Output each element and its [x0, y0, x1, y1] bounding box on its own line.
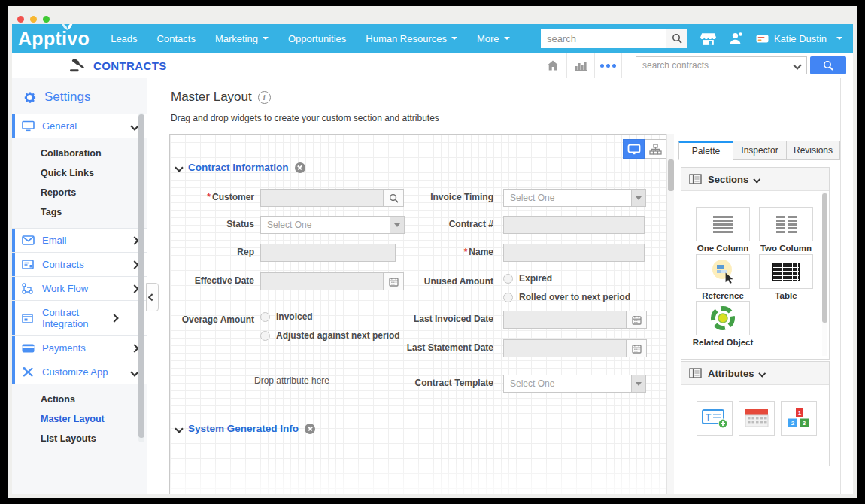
radio-button[interactable]	[503, 293, 513, 302]
nav-item-more[interactable]: More	[477, 33, 510, 44]
sections-group-header[interactable]: Sections	[681, 168, 829, 191]
customize-app-sublist: Actions Master Layout List Layouts	[12, 384, 147, 455]
last-invoiced-date-picker-button[interactable]	[627, 311, 647, 329]
app-store-icon[interactable]	[700, 32, 717, 46]
invoice-timing-select[interactable]: Select One	[503, 189, 646, 207]
sidebar-item-list-layouts[interactable]: List Layouts	[12, 429, 147, 448]
app-toolbar	[539, 53, 622, 78]
attribute-date-widget[interactable]	[739, 401, 775, 436]
svg-text:2: 2	[791, 420, 795, 427]
status-select[interactable]: Select One	[260, 216, 405, 234]
radio-button[interactable]	[503, 274, 513, 284]
sidebar-title: Settings	[12, 78, 147, 114]
widget-reference[interactable]	[696, 254, 750, 289]
effective-date-picker-button[interactable]	[384, 272, 404, 290]
tab-inspector[interactable]: Inspector	[733, 141, 787, 160]
palette-scrollbar[interactable]	[822, 192, 827, 356]
sidebar-group-work-flow[interactable]: Work Flow	[12, 276, 147, 301]
global-search-input[interactable]	[541, 29, 666, 48]
contracts-search-input[interactable]	[636, 60, 788, 71]
contract-number-input[interactable]	[503, 216, 645, 234]
sidebar-collapse-handle[interactable]	[146, 283, 159, 311]
tab-revisions[interactable]: Revisions	[786, 141, 840, 160]
widget-one-column[interactable]	[696, 207, 750, 241]
close-window-icon[interactable]	[17, 16, 24, 23]
chevron-down-icon	[754, 175, 760, 182]
search-options-dropdown[interactable]	[788, 62, 806, 68]
nav-item-contacts[interactable]: Contacts	[157, 33, 196, 44]
global-search-button[interactable]	[666, 29, 687, 48]
layout-canvas[interactable]: Contract Information *Customer Status	[169, 134, 666, 494]
user-menu[interactable]: Katie Dustin	[756, 33, 842, 44]
sidebar-item-actions[interactable]: Actions	[12, 390, 147, 409]
user-notifications-icon[interactable]	[729, 32, 744, 45]
general-sublist: Collaboration Quick Links Reports Tags	[12, 138, 147, 229]
caret-down-icon	[451, 37, 457, 40]
sidebar-item-quick-links[interactable]: Quick Links	[12, 163, 147, 183]
apptivo-logo[interactable]: Apptivo	[18, 24, 90, 53]
last-invoiced-date-input[interactable]	[503, 311, 627, 329]
last-statement-date-input[interactable]	[503, 339, 627, 357]
app-title-block: CONTRACTS	[69, 53, 167, 78]
monitor-icon	[22, 120, 38, 132]
select-arrow[interactable]	[631, 375, 645, 392]
radio-button[interactable]	[260, 331, 270, 341]
remove-section-icon[interactable]	[295, 162, 305, 173]
select-arrow[interactable]	[390, 217, 404, 233]
attributes-group-header[interactable]: Attributes	[681, 362, 829, 385]
contracts-search-button[interactable]	[810, 56, 846, 74]
customer-input[interactable]	[260, 189, 384, 207]
info-icon[interactable]	[258, 91, 271, 104]
select-arrow[interactable]	[631, 190, 645, 206]
scrollbar-thumb[interactable]	[668, 159, 674, 191]
sidebar-item-tags[interactable]: Tags	[12, 202, 147, 222]
nav-item-marketing[interactable]: Marketing	[215, 33, 269, 44]
widget-related-object[interactable]	[696, 301, 750, 335]
field-label: Status	[170, 216, 254, 230]
tab-palette[interactable]: Palette	[678, 141, 733, 160]
rep-input[interactable]	[260, 244, 396, 262]
last-statement-date-picker-button[interactable]	[627, 339, 647, 357]
attribute-number-widget[interactable]: 123	[781, 401, 817, 436]
sidebar-group-general[interactable]: General	[12, 114, 147, 138]
radio-button[interactable]	[260, 312, 270, 322]
tree-view-toggle[interactable]	[645, 139, 666, 159]
effective-date-input[interactable]	[260, 272, 384, 290]
attribute-text-widget[interactable]: T	[697, 401, 733, 436]
contract-template-select[interactable]: Select One	[503, 375, 646, 393]
scrollbar-thumb[interactable]	[822, 193, 827, 323]
sidebar-group-customize-app[interactable]: Customize App	[12, 360, 147, 384]
section-header-contract-information[interactable]: Contract Information	[176, 162, 305, 173]
section-header-system-generated-info[interactable]: System Generated Info	[176, 423, 315, 434]
nav-item-opportunities[interactable]: Opportunities	[288, 33, 346, 44]
name-input[interactable]	[503, 244, 645, 262]
scrollbar-thumb[interactable]	[138, 114, 144, 438]
plan-badge-icon	[756, 35, 769, 43]
search-icon	[389, 193, 399, 203]
widget-table[interactable]	[759, 254, 813, 289]
remove-section-icon[interactable]	[305, 424, 315, 434]
minimize-window-icon[interactable]	[30, 16, 37, 23]
form-view-toggle[interactable]	[623, 139, 645, 159]
sidebar-item-reports[interactable]: Reports	[12, 183, 147, 202]
widget-two-column[interactable]	[759, 207, 813, 241]
sidebar-scrollbar[interactable]	[138, 113, 144, 442]
sidebar-group-email[interactable]: Email	[12, 228, 147, 253]
sidebar-group-payments[interactable]: Payments	[12, 335, 147, 360]
canvas-scrollbar[interactable]	[666, 134, 674, 494]
sidebar-group-contracts[interactable]: Contracts	[12, 252, 147, 277]
chevron-down-icon	[130, 122, 138, 130]
more-tools-button[interactable]	[594, 53, 622, 78]
sidebar-group-contract-integration[interactable]: Contract Integration	[12, 300, 147, 336]
maximize-window-icon[interactable]	[43, 16, 50, 23]
sidebar-item-master-layout[interactable]: Master Layout	[12, 409, 147, 429]
customer-lookup-button[interactable]	[384, 189, 404, 207]
nav-item-human-resources[interactable]: Human Resources	[366, 33, 457, 44]
sidebar-item-collaboration[interactable]: Collaboration	[12, 144, 147, 163]
home-button[interactable]	[539, 53, 566, 78]
sections-group-title: Sections	[708, 174, 748, 185]
reports-button[interactable]	[566, 53, 594, 78]
nav-item-leads[interactable]: Leads	[111, 33, 137, 44]
list-icon	[689, 174, 702, 184]
overage-option-invoiced: Invoiced	[260, 311, 400, 322]
